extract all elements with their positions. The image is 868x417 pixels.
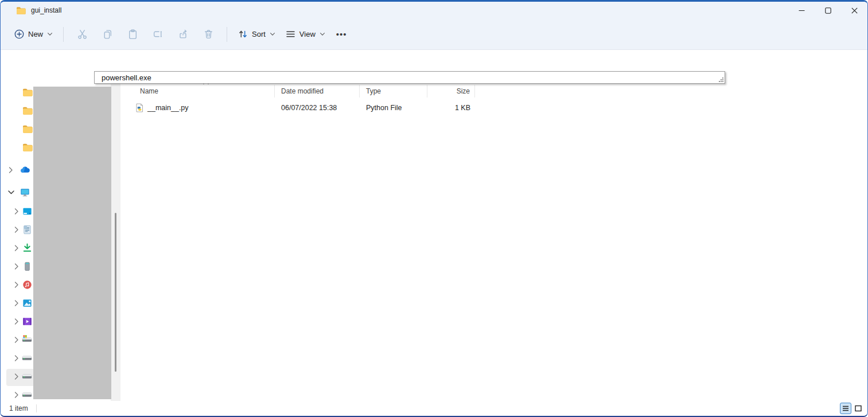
address-autocomplete-dropdown: powershell.exe bbox=[94, 71, 725, 84]
sort-button-label: Sort bbox=[252, 30, 266, 38]
chevron-right-icon[interactable] bbox=[13, 208, 20, 215]
chevron-right-icon[interactable] bbox=[13, 373, 20, 380]
delete-button[interactable] bbox=[196, 24, 221, 45]
file-type: Python File bbox=[360, 104, 427, 112]
view-toggles bbox=[840, 403, 864, 414]
see-more-button[interactable]: ••• bbox=[330, 29, 353, 39]
navigation-pane: O T bbox=[1, 82, 121, 401]
python-file-icon bbox=[135, 103, 144, 112]
redacted-region bbox=[33, 87, 111, 399]
drive-icon bbox=[22, 353, 33, 364]
pictures-icon bbox=[22, 298, 33, 309]
share-icon bbox=[178, 29, 189, 40]
chevron-down-icon bbox=[47, 32, 53, 36]
delete-icon bbox=[203, 29, 214, 40]
onedrive-cloud-icon bbox=[20, 165, 30, 176]
share-button[interactable] bbox=[170, 24, 196, 45]
maximize-icon bbox=[825, 7, 831, 14]
toolbar-divider bbox=[227, 27, 227, 42]
view-list-icon bbox=[286, 29, 295, 39]
chevron-down-icon[interactable] bbox=[7, 189, 15, 196]
copy-button[interactable] bbox=[95, 24, 120, 45]
large-icons-view-button[interactable] bbox=[853, 403, 864, 414]
chevron-right-icon[interactable] bbox=[13, 244, 20, 252]
videos-icon bbox=[22, 316, 33, 327]
copy-icon bbox=[102, 29, 113, 40]
close-button[interactable] bbox=[841, 2, 867, 19]
sort-button[interactable]: Sort bbox=[233, 26, 281, 42]
file-row[interactable]: __main__.py 06/07/2022 15:38 Python File… bbox=[131, 100, 475, 115]
file-name: __main__.py bbox=[147, 104, 189, 112]
new-button-label: New bbox=[28, 30, 43, 38]
command-toolbar: New bbox=[1, 19, 867, 50]
view-button[interactable]: View bbox=[281, 26, 330, 42]
minimize-icon bbox=[799, 7, 805, 14]
minimize-button[interactable] bbox=[788, 2, 815, 19]
drive-icon bbox=[22, 371, 33, 382]
chevron-right-icon[interactable] bbox=[7, 166, 14, 174]
documents-icon bbox=[22, 224, 33, 235]
chevron-right-icon[interactable] bbox=[13, 226, 20, 233]
column-header-type[interactable]: Type bbox=[360, 85, 427, 98]
chevron-down-icon bbox=[270, 32, 275, 36]
file-date-modified: 06/07/2022 15:38 bbox=[275, 104, 360, 112]
paste-button[interactable] bbox=[120, 24, 145, 45]
file-list: Name Date modified Type Size __main__.py… bbox=[121, 82, 867, 401]
column-header-size[interactable]: Size bbox=[427, 85, 475, 98]
plus-circle-icon bbox=[14, 29, 24, 39]
title-bar: gui_install bbox=[1, 2, 867, 19]
chevron-right-icon[interactable] bbox=[13, 299, 20, 307]
rename-icon bbox=[153, 29, 164, 40]
details-view-icon bbox=[842, 405, 849, 412]
cut-button[interactable] bbox=[69, 24, 95, 45]
sidebar-scrollbar-thumb[interactable] bbox=[115, 213, 116, 372]
file-explorer-window: gui_install New bbox=[0, 0, 868, 417]
window-controls bbox=[788, 2, 867, 19]
chevron-right-icon[interactable] bbox=[13, 354, 20, 362]
folder-icon bbox=[22, 123, 33, 134]
status-bar: 1 item bbox=[1, 401, 867, 416]
chevron-right-icon[interactable] bbox=[13, 281, 20, 289]
maximize-button[interactable] bbox=[815, 2, 841, 19]
column-header-name[interactable]: Name bbox=[131, 85, 275, 98]
resize-grip-icon[interactable] bbox=[718, 76, 724, 83]
chevron-right-icon[interactable] bbox=[13, 263, 20, 270]
close-icon bbox=[851, 7, 858, 14]
chevron-right-icon[interactable] bbox=[13, 318, 20, 325]
item-count: 1 item bbox=[9, 404, 28, 412]
status-divider bbox=[36, 404, 37, 412]
chevron-right-icon[interactable] bbox=[13, 336, 20, 344]
file-name-cell: __main__.py bbox=[131, 103, 275, 112]
folder-icon bbox=[22, 105, 33, 116]
column-headers: Name Date modified Type Size bbox=[131, 85, 475, 99]
paste-icon bbox=[127, 29, 138, 40]
desktop-icon bbox=[22, 206, 33, 217]
downloads-icon bbox=[22, 243, 33, 254]
new-button[interactable]: New bbox=[10, 26, 57, 42]
rename-button[interactable] bbox=[145, 24, 170, 45]
folder-icon bbox=[22, 87, 33, 98]
chevron-right-icon[interactable] bbox=[13, 391, 20, 399]
view-button-label: View bbox=[299, 30, 316, 38]
chevron-down-icon bbox=[320, 32, 325, 36]
device-icon bbox=[22, 261, 33, 272]
folder-icon bbox=[16, 5, 26, 15]
sort-icon bbox=[238, 29, 248, 39]
file-size: 1 KB bbox=[427, 104, 475, 112]
window-title: gui_install bbox=[31, 6, 61, 14]
cut-icon bbox=[77, 29, 88, 40]
drive-icon bbox=[22, 389, 33, 400]
toolbar-divider bbox=[63, 27, 64, 42]
this-pc-icon bbox=[20, 187, 30, 198]
column-header-date-modified[interactable]: Date modified bbox=[275, 85, 360, 98]
details-view-button[interactable] bbox=[840, 403, 851, 414]
windows-drive-icon bbox=[22, 334, 33, 345]
large-icons-view-icon bbox=[855, 405, 862, 412]
autocomplete-suggestion[interactable]: powershell.exe bbox=[95, 72, 725, 83]
music-icon bbox=[22, 279, 33, 290]
folder-icon bbox=[22, 142, 33, 153]
